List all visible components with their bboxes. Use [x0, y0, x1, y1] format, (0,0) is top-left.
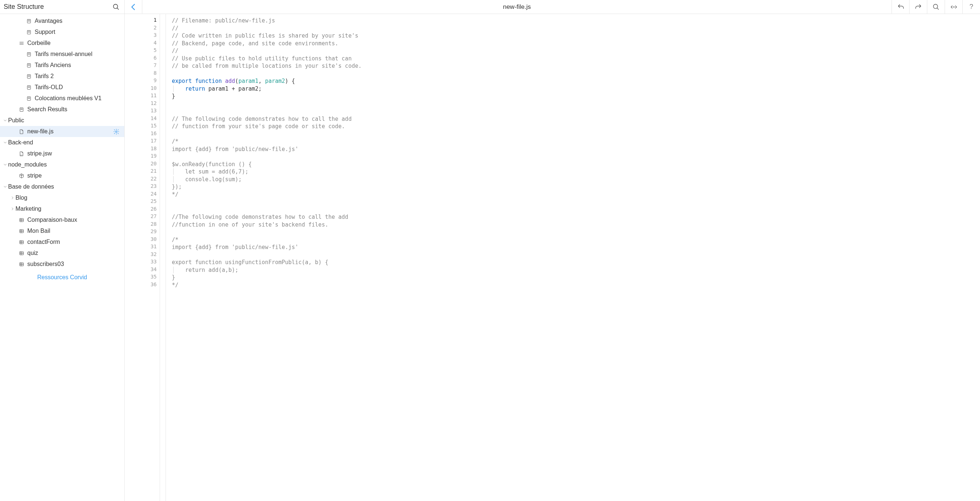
chevron-down-icon[interactable] [3, 140, 8, 145]
tree-item[interactable]: Support [0, 27, 124, 38]
tree-item-label: Mon Bail [27, 228, 121, 234]
help-icon: ? [969, 3, 973, 11]
line-number: 2 [125, 25, 157, 32]
redo-icon [915, 3, 922, 11]
back-button[interactable] [125, 0, 142, 14]
tree-item[interactable]: subscribers03 [0, 258, 124, 270]
tree-item[interactable]: node_modules [0, 159, 124, 170]
chevron-down-icon[interactable] [3, 118, 8, 123]
line-number: 26 [125, 206, 157, 214]
code-line: } [172, 92, 980, 100]
line-number: 18 [125, 146, 157, 153]
redo-button[interactable] [909, 0, 927, 14]
code-line [172, 251, 980, 259]
tree-item-label: contactForm [27, 239, 121, 245]
tree-item-label: Base de données [8, 184, 121, 190]
tree-item[interactable]: Tarifs-OLD [0, 82, 124, 93]
code-line: */ [172, 191, 980, 198]
code-line: export function add(param1, param2) { [172, 78, 980, 85]
code-line: */ [172, 281, 980, 289]
tree-item-label: Avantages [35, 18, 121, 24]
tree-item[interactable]: Back-end [0, 137, 124, 148]
code-line: /* [172, 138, 980, 146]
tree-item-label: subscribers03 [27, 261, 121, 268]
tree-item[interactable]: Tarifs mensuel-annuel [0, 49, 124, 60]
tree-item[interactable]: Avantages [0, 16, 124, 27]
tree-item[interactable]: Corbeille [0, 38, 124, 49]
editor-header: new-file.js ? [125, 0, 980, 14]
code-line: // Use public files to hold utility func… [172, 55, 980, 63]
code-line [172, 206, 980, 214]
panel-title: Site Structure [4, 3, 44, 11]
tree-item-label: Support [35, 29, 121, 35]
search-icon [113, 3, 120, 11]
code-area[interactable]: // Filename: public/new-file.js//// Code… [166, 14, 980, 501]
line-number: 19 [125, 153, 157, 161]
gear-icon[interactable] [113, 128, 121, 135]
line-number: 28 [125, 221, 157, 229]
tree-item[interactable]: Tarifs 2 [0, 71, 124, 82]
corvid-resources-link[interactable]: Ressources Corvid [0, 270, 124, 282]
tree-item[interactable]: stripe [0, 170, 124, 181]
tree-item[interactable]: Search Results [0, 104, 124, 115]
tree-item[interactable]: contactForm [0, 236, 124, 247]
undo-button[interactable] [891, 0, 909, 14]
tree-item[interactable]: Mon Bail [0, 225, 124, 236]
line-number: 4 [125, 40, 157, 48]
chevron-right-icon[interactable] [10, 196, 16, 200]
line-number: 6 [125, 55, 157, 63]
tree-item[interactable]: Marketing [0, 203, 124, 214]
code-line: // Backend, page code, and site code env… [172, 40, 980, 48]
tree-item[interactable]: Blog [0, 192, 124, 203]
code-line [172, 100, 980, 108]
code-line: $w.onReady(function () { [172, 161, 980, 168]
svg-point-6 [954, 6, 955, 7]
line-number: 1 [125, 17, 157, 25]
list-icon [18, 41, 25, 46]
tree-item-label: stripe [27, 173, 121, 179]
tree-item[interactable]: new-file.js [0, 126, 124, 137]
sidebar-header: Site Structure [0, 0, 125, 14]
chevron-right-icon[interactable] [10, 207, 16, 211]
line-number: 14 [125, 115, 157, 123]
tree-item[interactable]: Colocations meublées V1 [0, 93, 124, 104]
code-line: │ return add(a,b); [172, 266, 980, 274]
line-number: 24 [125, 191, 157, 198]
line-number: 13 [125, 108, 157, 115]
code-line: // be called from multiple locations in … [172, 62, 980, 70]
main-split: AvantagesSupportCorbeilleTarifs mensuel-… [0, 14, 980, 501]
line-number: 36 [125, 281, 157, 289]
expand-icon [950, 3, 958, 11]
tree-item[interactable]: Tarifs Anciens [0, 60, 124, 71]
help-button[interactable]: ? [962, 0, 980, 14]
code-editor[interactable]: 1234567891011121314151617181920212223242… [125, 14, 980, 501]
code-line [172, 198, 980, 206]
search-button[interactable] [927, 0, 945, 14]
tree-item[interactable]: jswstripe.jsw [0, 148, 124, 159]
line-number: 10 [125, 85, 157, 93]
code-line [172, 228, 980, 236]
db-icon [18, 239, 25, 245]
svg-line-3 [937, 8, 938, 9]
line-number: 34 [125, 266, 157, 274]
chevron-down-icon[interactable] [3, 185, 8, 189]
sidebar-tree[interactable]: AvantagesSupportCorbeilleTarifs mensuel-… [0, 14, 125, 501]
expand-button[interactable] [945, 0, 962, 14]
tree-item-label: Tarifs Anciens [35, 62, 121, 68]
line-number: 29 [125, 228, 157, 236]
line-number: 22 [125, 176, 157, 184]
chevron-down-icon[interactable] [3, 162, 8, 167]
tree-item[interactable]: Comparaison-baux [0, 214, 124, 225]
code-line [172, 130, 980, 138]
line-number: 23 [125, 183, 157, 191]
topbar: Site Structure new-file.js [0, 0, 980, 14]
tree-item-label: new-file.js [27, 128, 113, 135]
tree-item[interactable]: Base de données [0, 181, 124, 192]
tree-item[interactable]: quiz [0, 247, 124, 258]
svg-rect-36 [19, 219, 23, 222]
chevron-left-icon [129, 3, 137, 11]
tree-item[interactable]: Public [0, 115, 124, 126]
code-line: //function in one of your site's backend… [172, 221, 980, 229]
sidebar-search-button[interactable] [112, 3, 121, 11]
code-line: }); [172, 183, 980, 191]
